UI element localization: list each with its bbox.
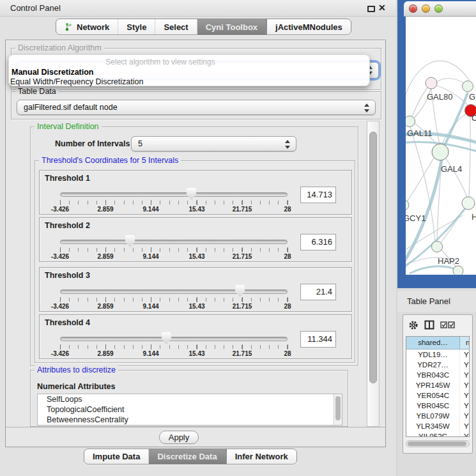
threshold-4-label: Threshold 4: [45, 318, 90, 327]
node-bottom[interactable]: [453, 266, 463, 275]
attributes-scrollbar[interactable]: [334, 394, 342, 425]
network-icon: [65, 22, 73, 31]
label-partial-right: H: [472, 212, 476, 222]
threshold-1-value-field[interactable]: 14.713: [300, 187, 336, 203]
table-row[interactable]: YDL19…YDL1: [406, 349, 469, 360]
label-gal4: GAL4: [441, 164, 462, 174]
table-panel-titlebar: Table Panel: [397, 291, 476, 312]
option-equal-width-frequency[interactable]: Equal Width/Frequency Discretization: [10, 77, 143, 86]
column-header-shared-name[interactable]: shared…: [406, 337, 460, 349]
option-manual-discretization[interactable]: Manual Discretization: [12, 68, 94, 77]
thresholds-group-label: Threshold's Coordinates for 5 Intervals: [39, 156, 181, 165]
table-data-value: galFiltered.sif default node: [24, 103, 118, 112]
label-gal80: GAL80: [427, 92, 452, 102]
list-item-betweennesscentrality[interactable]: BetweennessCentrality: [38, 415, 342, 425]
node-table: shared… na YDL19…YDL1 YDR27…YDR2 YBR043C…: [406, 336, 470, 437]
table-row[interactable]: YPR145WYPR1: [406, 380, 469, 390]
table-data-combobox[interactable]: galFiltered.sif default node: [17, 100, 376, 115]
table-row[interactable]: YIL052CYIL0: [406, 431, 469, 437]
control-panel-titlebar: Control Panel ✕: [0, 0, 396, 17]
threshold-3-ticks: [60, 298, 288, 302]
label-gal11: GAL11: [407, 128, 433, 138]
apply-row: Apply: [6, 427, 385, 447]
threshold-1-label: Threshold 1: [45, 174, 90, 183]
table-panel: shared… na YDL19…YDL1 YDR27…YDR2 YBR043C…: [403, 314, 473, 454]
threshold-4-slider-track[interactable]: [60, 337, 288, 341]
interval-definition-label: Interval Definition: [35, 122, 102, 131]
list-item-selfloops[interactable]: SelfLoops: [38, 394, 342, 404]
table-horizontal-scrollbar-thumb[interactable]: [408, 441, 466, 446]
number-of-intervals-combobox[interactable]: 5: [131, 136, 296, 151]
label-hap2: HAP2: [438, 256, 459, 266]
table-row[interactable]: YDR27…YDR2: [406, 360, 469, 370]
table-row[interactable]: YBR043CYBR0: [406, 370, 469, 380]
tab-select[interactable]: Select: [155, 19, 197, 35]
threshold-2-value-field[interactable]: 6.316: [300, 234, 336, 250]
numerical-attributes-label: Numerical Attributes: [37, 382, 115, 391]
threshold-2-ticks: [60, 248, 288, 252]
close-traffic-light-icon[interactable]: [409, 4, 417, 13]
tab-network-label: Network: [77, 22, 109, 32]
control-panel-tabs: Network Style Select Cyni Toolbox jActiv…: [56, 19, 351, 35]
table-row[interactable]: YBL079WYBL0: [406, 411, 469, 421]
interval-definition-group: Interval Definition Number of Intervals …: [30, 127, 358, 366]
tab-infer-network[interactable]: Infer Network: [226, 449, 296, 464]
threshold-4-value-field[interactable]: 11.344: [300, 331, 336, 348]
zoom-traffic-light-icon[interactable]: [434, 4, 443, 13]
table-header-row: shared… na: [406, 337, 469, 349]
threshold-2-slider-thumb[interactable]: [125, 235, 135, 247]
table-row[interactable]: YLR345WYLR3: [406, 421, 469, 431]
threshold-3-value-field[interactable]: 21.4: [300, 284, 336, 300]
table-data-group: Table Data galFiltered.sif default node: [11, 91, 381, 119]
node-gal11[interactable]: [406, 116, 415, 127]
settings-scrollbar[interactable]: [367, 121, 380, 427]
select-columns-checkboxes-icon[interactable]: [440, 321, 456, 328]
table-data-label: Table Data: [15, 87, 59, 96]
minimize-traffic-light-icon[interactable]: [422, 4, 430, 13]
threshold-2-slider-track[interactable]: [60, 240, 288, 244]
node-hap2[interactable]: [432, 242, 443, 252]
number-of-intervals-label: Number of Intervals: [55, 139, 130, 148]
split-columns-icon[interactable]: [424, 320, 434, 330]
gear-icon[interactable]: [408, 320, 418, 330]
table-row[interactable]: YBR045CYBR0: [406, 401, 469, 411]
combo-arrows-icon: [364, 103, 369, 113]
tab-cyni-toolbox[interactable]: Cyni Toolbox: [197, 19, 266, 35]
attributes-scrollbar-thumb[interactable]: [335, 396, 341, 420]
table-horizontal-scrollbar[interactable]: [406, 440, 470, 447]
threshold-1-slider-track[interactable]: [60, 192, 288, 197]
node-gal80[interactable]: [426, 77, 437, 89]
threshold-1-slider-thumb[interactable]: [187, 188, 196, 200]
list-item-topologicalcoefficient[interactable]: TopologicalCoefficient: [38, 404, 342, 415]
node-gcy1[interactable]: [406, 200, 409, 210]
tab-jactivemnodules[interactable]: jActiveMNodules: [266, 19, 351, 35]
network-canvas[interactable]: GAL80 G C GAL11 GAL4 GCY1 H HAP2: [406, 17, 476, 275]
close-icon[interactable]: ✕: [378, 3, 386, 13]
node-gal4[interactable]: [432, 144, 449, 160]
threshold-3-slider-track[interactable]: [60, 289, 288, 294]
settings-scrollbar-thumb[interactable]: [369, 132, 377, 383]
threshold-4-slider-thumb[interactable]: [162, 332, 171, 344]
label-gcy1: GCY1: [406, 213, 426, 223]
label-partial-top: G: [469, 92, 475, 102]
attributes-group: Attributes to discretize Numerical Attri…: [30, 370, 348, 427]
number-of-intervals-value: 5: [138, 139, 142, 148]
tab-network[interactable]: Network: [56, 19, 118, 35]
column-header-name[interactable]: na: [460, 337, 469, 349]
numerical-attributes-list: SelfLoops TopologicalCoefficient Between…: [37, 394, 342, 426]
table-row[interactable]: YER054CYER0: [406, 390, 469, 401]
network-window-titlebar[interactable]: [404, 1, 476, 17]
apply-button[interactable]: Apply: [159, 431, 199, 444]
tab-impute-data[interactable]: Impute Data: [84, 449, 149, 464]
control-panel: Control Panel ✕ Network Style Select Cyn…: [0, 0, 396, 476]
float-window-icon[interactable]: [367, 6, 375, 12]
threshold-2-label: Threshold 2: [45, 221, 90, 230]
tab-style[interactable]: Style: [118, 19, 155, 35]
node-right-mid[interactable]: [462, 197, 475, 210]
threshold-3-slider-thumb[interactable]: [235, 285, 245, 297]
settings-scroll-area: Interval Definition Number of Intervals …: [10, 121, 369, 427]
tab-discretize-data[interactable]: Discretize Data: [149, 449, 226, 464]
node-top-right[interactable]: [463, 81, 473, 92]
table-panel-title: Table Panel: [407, 296, 450, 306]
threshold-4-row: Threshold 4 -3.4262.8599.14415.4321.7152…: [39, 314, 352, 359]
